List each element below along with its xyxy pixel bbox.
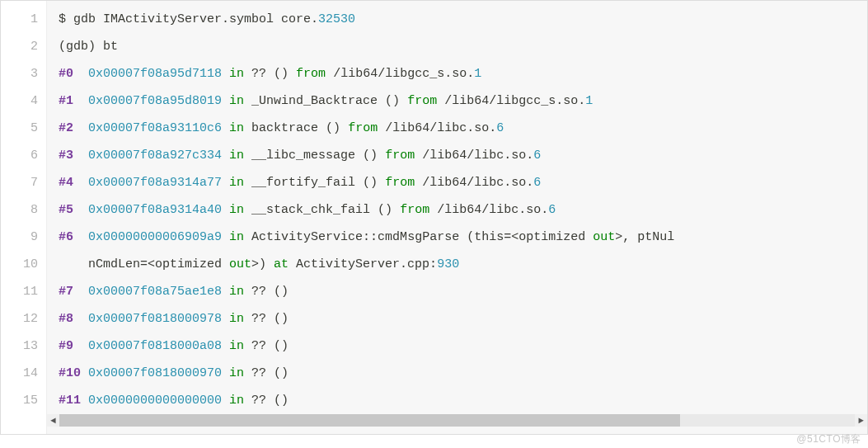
code-line: #2 0x00007f08a93110c6 in backtrace () fr… xyxy=(47,115,867,142)
token: 0x0000000000000000 xyxy=(88,394,222,408)
code-line: #4 0x00007f08a9314a77 in __fortify_fail … xyxy=(47,169,867,196)
token: backtrace () xyxy=(244,121,348,135)
token: at xyxy=(274,257,289,271)
scroll-thumb[interactable] xyxy=(59,414,680,427)
token: >, ptNul xyxy=(615,230,674,244)
line-number: 8 xyxy=(1,196,46,224)
line-number: 11 xyxy=(1,278,46,305)
token xyxy=(222,67,229,81)
code-line: #0 0x00007f08a95d7118 in ?? () from /lib… xyxy=(47,60,867,87)
token: 0x00007f08a9314a77 xyxy=(88,176,222,190)
code-line: #6 0x00000000006909a9 in ActivityService… xyxy=(47,224,867,251)
code-line: #7 0x00007f08a75ae1e8 in ?? () xyxy=(47,278,867,305)
token: in xyxy=(229,176,244,190)
token: 0x00007f0818000970 xyxy=(88,366,222,380)
token: ActivityServer.cpp: xyxy=(289,257,437,271)
token: from xyxy=(296,67,326,81)
line-number: 12 xyxy=(1,305,46,332)
token: (gdb) bt xyxy=(59,40,118,54)
scroll-left-icon[interactable]: ◄ xyxy=(47,414,59,427)
token: ?? () xyxy=(244,285,289,299)
token: /lib64/libc.so. xyxy=(415,149,533,163)
token: 6 xyxy=(533,149,541,163)
token xyxy=(73,285,88,299)
token: out xyxy=(593,230,615,244)
token xyxy=(222,203,229,217)
token: ?? () xyxy=(244,67,296,81)
token: ?? () xyxy=(244,394,289,408)
token xyxy=(222,339,229,353)
code-lines: $ gdb IMActivityServer.symbol core.32530… xyxy=(47,6,867,414)
token: >) xyxy=(251,257,274,271)
line-number: 9 xyxy=(1,224,46,251)
token: $ gdb IMActivityServer.symbol core. xyxy=(59,12,318,26)
token: 1 xyxy=(585,94,593,108)
token: 0x00007f08a93110c6 xyxy=(88,121,222,135)
code-block: 123456789101112131415 $ gdb IMActivitySe… xyxy=(0,0,868,435)
token: #0 xyxy=(59,67,73,81)
token: ?? () xyxy=(244,312,289,326)
scroll-right-icon[interactable]: ► xyxy=(855,414,867,427)
token xyxy=(73,312,88,326)
token: ActivityService::cmdMsgParse (this=<opti… xyxy=(244,230,593,244)
code-line: #10 0x00007f0818000970 in ?? () xyxy=(47,360,867,387)
token xyxy=(81,394,88,408)
line-number: 7 xyxy=(1,169,46,196)
token: from xyxy=(400,203,429,217)
token: out xyxy=(229,257,251,271)
line-number: 13 xyxy=(1,332,46,360)
token: from xyxy=(385,176,415,190)
token: #5 xyxy=(59,203,73,217)
token xyxy=(81,366,88,380)
token: #4 xyxy=(59,176,73,190)
token: from xyxy=(407,94,437,108)
line-number: 3 xyxy=(1,60,46,87)
token xyxy=(222,230,229,244)
token: 1 xyxy=(474,67,481,81)
line-number: 6 xyxy=(1,142,46,169)
token: in xyxy=(229,230,244,244)
token: 0x00007f0818000978 xyxy=(88,312,222,326)
scroll-track[interactable] xyxy=(59,414,855,427)
token: #2 xyxy=(59,121,73,135)
token xyxy=(222,394,229,408)
code-line: #3 0x00007f08a927c334 in __libc_message … xyxy=(47,142,867,169)
line-number: 15 xyxy=(1,387,46,414)
token: /lib64/libc.so. xyxy=(429,203,548,217)
watermark-text: @51CTO博客 xyxy=(796,432,861,446)
token xyxy=(73,203,88,217)
line-number: 2 xyxy=(1,33,46,60)
line-number: 5 xyxy=(1,115,46,142)
token: from xyxy=(348,121,378,135)
token xyxy=(222,121,229,135)
token: in xyxy=(229,339,244,353)
token: #10 xyxy=(59,366,81,380)
code-line: (gdb) bt xyxy=(47,33,867,60)
code-line: nCmdLen=<optimized out>) at ActivityServ… xyxy=(47,251,867,278)
code-line: #5 0x00007f08a9314a40 in __stack_chk_fai… xyxy=(47,196,867,224)
line-number: 14 xyxy=(1,360,46,387)
line-number: 1 xyxy=(1,6,46,33)
token: 6 xyxy=(548,203,556,217)
token: 32530 xyxy=(318,12,355,26)
token: ?? () xyxy=(244,366,289,380)
token: #11 xyxy=(59,394,81,408)
token: 0x00007f08a75ae1e8 xyxy=(88,285,222,299)
token: 6 xyxy=(496,121,504,135)
token: /lib64/libc.so. xyxy=(378,121,496,135)
code-line: #8 0x00007f0818000978 in ?? () xyxy=(47,305,867,332)
token: in xyxy=(229,121,244,135)
horizontal-scrollbar[interactable]: ◄ ► xyxy=(47,414,867,427)
token: from xyxy=(385,149,415,163)
token: #1 xyxy=(59,94,73,108)
token: in xyxy=(229,203,244,217)
token: in xyxy=(229,94,244,108)
token xyxy=(222,149,229,163)
code-area[interactable]: $ gdb IMActivityServer.symbol core.32530… xyxy=(47,1,867,434)
code-line: #1 0x00007f08a95d8019 in _Unwind_Backtra… xyxy=(47,87,867,115)
line-number: 10 xyxy=(1,251,46,278)
token: 0x00007f08a95d7118 xyxy=(88,67,222,81)
token: ?? () xyxy=(244,339,289,353)
token: _Unwind_Backtrace () xyxy=(244,94,407,108)
token: 930 xyxy=(437,257,459,271)
